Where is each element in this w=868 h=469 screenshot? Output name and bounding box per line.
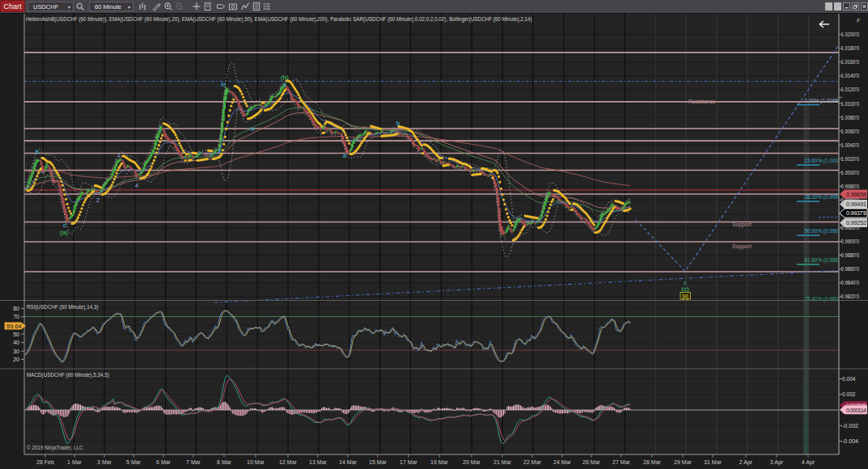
svg-text:1.0000'0: 1.0000'0 xyxy=(841,170,860,175)
svg-text:0.002: 0.002 xyxy=(842,391,856,397)
svg-text:0.000114: 0.000114 xyxy=(846,407,866,414)
svg-text:[ii]: [ii] xyxy=(682,293,688,300)
svg-text:70: 70 xyxy=(13,314,19,319)
svg-text:50.00% (0.990: 50.00% (0.990 xyxy=(804,228,838,234)
svg-text:v: v xyxy=(283,81,286,88)
svg-text:F: F xyxy=(857,17,861,24)
svg-text:1.0120'0: 1.0120'0 xyxy=(841,87,860,92)
svg-text:HeikenAshi8(USDCHF (60 Minute): HeikenAshi8(USDCHF (60 Minute)), EMA(USD… xyxy=(26,16,532,23)
svg-text:0.9900'0: 0.9900'0 xyxy=(841,239,860,244)
svg-text:21 Mar: 21 Mar xyxy=(493,459,511,465)
svg-text:Resistance: Resistance xyxy=(688,99,716,104)
svg-text:1.0080'0: 1.0080'0 xyxy=(841,115,860,120)
svg-text:2 Apr: 2 Apr xyxy=(739,459,753,466)
svg-text:31 Mar: 31 Mar xyxy=(704,459,722,465)
svg-text:12 Mar: 12 Mar xyxy=(279,459,297,465)
svg-text:iv: iv xyxy=(250,125,255,133)
svg-text:0.004: 0.004 xyxy=(842,376,856,382)
svg-text:61.80% (0.986: 61.80% (0.986 xyxy=(804,257,838,264)
svg-text:30: 30 xyxy=(13,349,19,354)
svg-text:24 Mar: 24 Mar xyxy=(553,459,571,465)
svg-text:0.9980'0: 0.9980'0 xyxy=(841,184,860,189)
svg-text:0.9860'0: 0.9860'0 xyxy=(841,266,860,272)
svg-text:-0.002: -0.002 xyxy=(842,423,858,429)
svg-text:14 Mar: 14 Mar xyxy=(339,459,357,465)
svg-text:2: 2 xyxy=(96,196,100,204)
svg-text:59.64: 59.64 xyxy=(6,323,22,330)
svg-text:13 Mar: 13 Mar xyxy=(309,459,327,465)
svg-text:50: 50 xyxy=(13,332,19,337)
svg-text:Support: Support xyxy=(732,222,752,228)
svg-text:Support: Support xyxy=(732,243,752,250)
svg-text:0.99491: 0.99491 xyxy=(846,201,866,208)
svg-text:27 Mar: 27 Mar xyxy=(612,459,630,465)
svg-text:7 Mar: 7 Mar xyxy=(186,459,201,465)
svg-text:0.9880'0: 0.9880'0 xyxy=(841,252,860,258)
svg-text:38.20% (0.995: 38.20% (0.995 xyxy=(804,194,838,201)
svg-text:1.0060'0: 1.0060'0 xyxy=(841,129,860,134)
svg-text:17 Mar: 17 Mar xyxy=(400,459,417,465)
svg-text:(c): (c) xyxy=(681,285,689,293)
svg-text:MACD(USDCHF (60 Minute),5,34,5: MACD(USDCHF (60 Minute),5,34,5) xyxy=(27,372,109,378)
svg-text:28 Mar: 28 Mar xyxy=(643,459,661,465)
svg-text:-0.004: -0.004 xyxy=(842,438,858,444)
svg-text:RSI(USDCHF (60 Minute),14,3): RSI(USDCHF (60 Minute),14,3) xyxy=(27,304,99,311)
svg-text:0.9937'8: 0.9937'8 xyxy=(846,209,866,217)
svg-text:29 Mar: 29 Mar xyxy=(674,459,692,465)
svg-text:b: b xyxy=(396,120,400,127)
svg-text:20 Mar: 20 Mar xyxy=(463,459,481,465)
svg-text:19 Mar: 19 Mar xyxy=(430,459,448,465)
svg-text:10 Mar: 10 Mar xyxy=(247,459,265,465)
svg-text:a: a xyxy=(343,152,347,159)
svg-text:4 Apr: 4 Apr xyxy=(802,459,815,466)
svg-text:1: 1 xyxy=(117,151,121,158)
svg-text:8 Mar: 8 Mar xyxy=(217,459,232,465)
svg-text:1.0020'0: 1.0020'0 xyxy=(841,156,860,162)
svg-text:i: i xyxy=(159,125,161,132)
svg-text:26 Mar: 26 Mar xyxy=(582,459,600,465)
svg-text:28 Feb: 28 Feb xyxy=(36,459,54,465)
svg-text:15 Mar: 15 Mar xyxy=(369,459,387,465)
svg-text:(a): (a) xyxy=(60,229,68,236)
svg-text:4: 4 xyxy=(135,182,139,189)
svg-text:1.0200'0: 1.0200'0 xyxy=(841,32,860,37)
svg-text:22 Mar: 22 Mar xyxy=(523,459,541,465)
svg-text:0.9840'0: 0.9840'0 xyxy=(841,280,860,285)
svg-text:0.99658: 0.99658 xyxy=(846,191,866,198)
svg-text:ii: ii xyxy=(218,147,222,154)
svg-text:23.60% (1.000: 23.60% (1.000 xyxy=(804,158,838,164)
svg-text:(b): (b) xyxy=(281,74,289,81)
svg-text:3 Mar: 3 Mar xyxy=(97,459,112,465)
svg-text:0.99252: 0.99252 xyxy=(846,219,866,226)
svg-text:0.00% (1.0098: 0.00% (1.0098 xyxy=(804,98,838,104)
svg-text:0.9820'0: 0.9820'0 xyxy=(841,294,860,299)
svg-text:40: 40 xyxy=(13,340,19,345)
svg-text:1.0180'0: 1.0180'0 xyxy=(841,45,860,51)
svg-text:6 Mar: 6 Mar xyxy=(156,459,171,465)
svg-text:1 Mar: 1 Mar xyxy=(67,459,83,465)
svg-text:78.40% (0.980: 78.40% (0.980 xyxy=(804,296,838,302)
svg-text:1.0140'0: 1.0140'0 xyxy=(841,73,860,78)
svg-text:1.0040'0: 1.0040'0 xyxy=(841,142,860,148)
svg-text:20: 20 xyxy=(13,357,19,362)
svg-text:© 2019 NinjaTrader, LLC: © 2019 NinjaTrader, LLC xyxy=(27,445,83,451)
svg-text:5 Mar: 5 Mar xyxy=(126,459,142,465)
svg-text:c: c xyxy=(63,222,66,229)
svg-text:1.0100'0: 1.0100'0 xyxy=(841,101,860,107)
svg-text:80: 80 xyxy=(13,306,19,311)
svg-text:iii: iii xyxy=(221,81,226,88)
svg-text:b: b xyxy=(36,148,40,155)
svg-text:1.0160'0: 1.0160'0 xyxy=(841,59,860,65)
svg-text:3 Apr: 3 Apr xyxy=(770,459,784,466)
